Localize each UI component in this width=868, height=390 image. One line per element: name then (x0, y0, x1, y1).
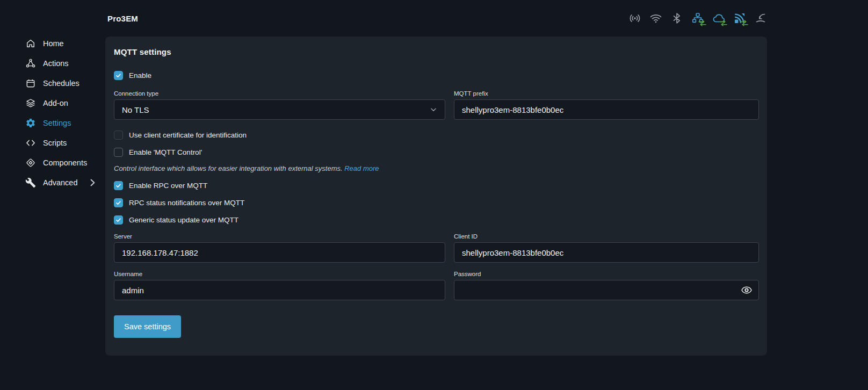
enable-row: Enable (114, 70, 759, 81)
rpc-row: Enable RPC over MQTT (114, 180, 759, 191)
ethernet-icon[interactable] (691, 12, 704, 25)
device-title: Pro3EM (107, 14, 138, 23)
mqtt-prefix-input[interactable] (454, 99, 759, 120)
calendar-icon (25, 78, 36, 89)
server-label: Server (114, 233, 445, 240)
sidebar-item-settings[interactable]: Settings (0, 113, 105, 133)
access-point-icon[interactable] (628, 12, 641, 25)
actions-icon (25, 58, 36, 69)
layers-icon (25, 98, 36, 109)
server-row: Server Client ID (114, 233, 759, 263)
generic-status-checkbox-label: Generic status update over MQTT (129, 216, 238, 224)
sidebar-item-home[interactable]: Home (0, 33, 105, 53)
sidebar-item-addon[interactable]: Add-on (0, 93, 105, 113)
sidebar-item-actions[interactable]: Actions (0, 53, 105, 73)
panel-title: MQTT settings (114, 47, 759, 56)
connection-type-value: No TLS (122, 105, 149, 114)
read-more-link[interactable]: Read more (344, 164, 379, 172)
sidebar-item-components[interactable]: Components (0, 153, 105, 172)
password-label: Password (454, 271, 759, 277)
cloud-icon[interactable] (712, 12, 725, 25)
mqtt-control-note: Control interface which allows for easie… (114, 164, 759, 172)
username-input[interactable] (114, 280, 445, 300)
client-cert-checkbox[interactable] (114, 131, 123, 140)
mqtt-control-checkbox-label: Enable 'MQTT Control' (129, 148, 202, 156)
client-id-label: Client ID (454, 233, 759, 240)
mqtt-control-checkbox[interactable] (114, 148, 123, 157)
wifi-icon[interactable] (649, 12, 662, 25)
check-icon (115, 216, 122, 223)
sidebar: Home Actions Schedules Add-on Settings S… (0, 0, 105, 390)
chevron-right-icon (87, 177, 98, 188)
sidebar-item-label: Scripts (43, 139, 67, 147)
check-icon (115, 182, 122, 189)
code-icon (25, 138, 36, 148)
outbound-websocket-icon[interactable] (754, 12, 767, 25)
sidebar-item-label: Schedules (43, 79, 79, 88)
sidebar-item-scripts[interactable]: Scripts (0, 133, 105, 153)
rpc-status-checkbox[interactable] (114, 198, 123, 207)
chevron-down-icon (429, 105, 438, 114)
mqtt-control-row: Enable 'MQTT Control' (114, 147, 759, 157)
check-icon (115, 72, 122, 79)
rpc-checkbox-label: Enable RPC over MQTT (129, 182, 207, 190)
rpc-checkbox[interactable] (114, 181, 123, 190)
save-settings-button[interactable]: Save settings (114, 315, 181, 338)
note-text: Control interface which allows for easie… (114, 164, 343, 172)
eye-icon[interactable] (741, 284, 753, 296)
mqtt-settings-panel: MQTT settings Enable Connection type No … (105, 37, 767, 356)
status-icon-bar (628, 12, 767, 25)
server-input[interactable] (114, 242, 445, 263)
bluetooth-icon[interactable] (670, 12, 683, 25)
connection-row: Connection type No TLS MQTT prefix (114, 90, 759, 120)
top-bar: Pro3EM (105, 0, 868, 37)
sidebar-item-label: Add-on (43, 99, 68, 107)
wrench-icon (25, 177, 36, 188)
client-id-input[interactable] (454, 242, 759, 263)
client-cert-row: Use client certificate for identificatio… (114, 130, 759, 140)
generic-status-row: Generic status update over MQTT (114, 215, 759, 225)
enable-checkbox[interactable] (114, 71, 123, 80)
main-content: Pro3EM (105, 0, 868, 356)
sidebar-item-label: Settings (43, 119, 71, 127)
rpc-status-row: RPC status notifications over MQTT (114, 198, 759, 208)
gear-icon (25, 118, 36, 128)
username-label: Username (114, 271, 445, 277)
sidebar-item-label: Components (43, 158, 87, 167)
data-exchange-icon (740, 20, 748, 26)
check-icon (115, 199, 122, 206)
connection-type-label: Connection type (114, 90, 445, 97)
data-exchange-icon (698, 20, 706, 26)
sidebar-item-schedules[interactable]: Schedules (0, 73, 105, 93)
password-input[interactable] (454, 280, 759, 300)
enable-checkbox-label: Enable (129, 71, 151, 80)
sidebar-item-label: Actions (43, 59, 69, 68)
home-icon (25, 38, 36, 49)
connection-type-select[interactable]: No TLS (114, 99, 445, 120)
credentials-row: Username Password (114, 271, 759, 300)
client-cert-checkbox-label: Use client certificate for identificatio… (129, 131, 247, 139)
sidebar-item-label: Advanced (43, 178, 78, 187)
sidebar-item-advanced[interactable]: Advanced (0, 172, 105, 192)
generic-status-checkbox[interactable] (114, 215, 123, 225)
sidebar-item-label: Home (43, 39, 64, 48)
mqtt-prefix-label: MQTT prefix (454, 90, 759, 97)
rpc-status-checkbox-label: RPC status notifications over MQTT (129, 199, 244, 207)
data-exchange-icon (719, 20, 727, 26)
components-icon (25, 157, 36, 168)
mqtt-icon[interactable] (733, 12, 746, 25)
